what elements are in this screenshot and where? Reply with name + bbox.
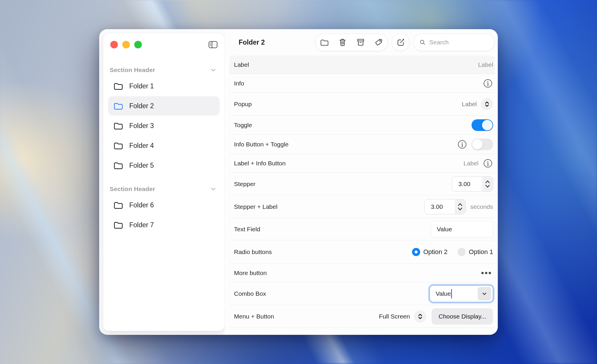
row-menu-button: Menu + Button Full Screen Choose Display…	[229, 305, 495, 328]
sidebar-item-folder-1[interactable]: Folder 1	[108, 76, 220, 96]
row-label-text: Text Field	[234, 226, 260, 233]
section-header-label: Section Header	[110, 66, 155, 74]
row-stepper-label: Stepper + Label 3.00 seconds	[229, 195, 495, 218]
settings-form: Label Label Info Popup Label Toggle	[229, 55, 495, 335]
combo-chevron-button[interactable]	[478, 287, 491, 300]
sidebar-toggle-icon[interactable]	[208, 40, 218, 49]
row-label-text: Info Button + Toggle	[234, 141, 289, 148]
row-more-button: More button •••	[229, 264, 495, 282]
content-header: Folder 2	[225, 29, 498, 55]
row-combo-box: Combo Box Value	[229, 282, 495, 305]
sidebar-item-folder-4[interactable]: Folder 4	[108, 136, 220, 155]
radio-group: Option 2 Option 1	[412, 248, 493, 256]
radio-label: Option 2	[423, 248, 448, 256]
main-content: Folder 2	[225, 29, 498, 335]
info-icon[interactable]	[483, 78, 493, 89]
row-label-text: Label	[234, 61, 249, 68]
radio-unselected-icon	[458, 248, 466, 256]
toggle-on[interactable]	[472, 119, 493, 131]
folder-icon	[114, 122, 123, 130]
sidebar-section-header-2[interactable]: Section Header	[108, 183, 220, 195]
row-label-text: Stepper + Label	[234, 203, 277, 210]
sidebar-item-label: Folder 6	[129, 201, 154, 209]
stepper-arrows-icon[interactable]	[482, 177, 493, 191]
sidebar-item-folder-7[interactable]: Folder 7	[108, 215, 220, 235]
stepper-value[interactable]: 3.00	[452, 177, 482, 191]
sidebar-item-folder-5[interactable]: Folder 5	[108, 156, 220, 175]
combo-value: Value	[436, 290, 451, 297]
close-button[interactable]	[110, 41, 118, 48]
search-input[interactable]	[429, 39, 489, 46]
chevron-down-icon	[210, 66, 217, 74]
compose-button[interactable]	[392, 34, 409, 51]
row-value-label: Label	[478, 61, 493, 68]
archive-toolbar-button[interactable]	[352, 34, 370, 51]
search-icon	[419, 38, 426, 46]
row-label-text: Popup	[234, 101, 252, 108]
row-label-text: Info	[234, 80, 244, 87]
minimize-button[interactable]	[122, 41, 130, 48]
popup-value: Label	[462, 101, 477, 108]
titlebar-controls	[103, 33, 224, 49]
sidebar-item-label: Folder 2	[129, 102, 154, 110]
trash-toolbar-button[interactable]	[334, 34, 352, 51]
sidebar-item-label: Folder 3	[129, 122, 154, 130]
info-icon[interactable]	[457, 139, 467, 150]
sidebar-pane: Section Header Folder 1 Folder 2 Folder …	[99, 29, 225, 335]
chevron-down-icon	[481, 290, 488, 297]
row-label-text: Radio buttons	[234, 249, 272, 256]
row-popup: Popup Label	[229, 93, 495, 116]
tag-toolbar-button[interactable]	[370, 34, 388, 51]
stepper-unit-label: seconds	[470, 203, 493, 210]
tag-icon	[374, 38, 383, 47]
radio-option-2[interactable]: Option 2	[412, 248, 448, 256]
toggle-knob	[472, 139, 483, 150]
sidebar-nav: Section Header Folder 1 Folder 2 Folder …	[103, 49, 224, 235]
app-window: Section Header Folder 1 Folder 2 Folder …	[99, 29, 498, 335]
menu-chevrons-icon[interactable]	[414, 310, 426, 323]
chevron-down-icon	[210, 186, 217, 192]
sidebar-item-folder-6[interactable]: Folder 6	[108, 195, 220, 215]
combo-box[interactable]: Value	[430, 285, 493, 302]
stepper-control: 3.00	[424, 199, 466, 214]
page-title: Folder 2	[239, 38, 265, 46]
stepper-arrows-icon[interactable]	[455, 200, 465, 214]
sidebar-item-folder-2[interactable]: Folder 2	[108, 96, 220, 116]
stepper-control: 3.00	[452, 176, 493, 192]
row-label-text: More button	[234, 270, 267, 276]
ellipsis-icon[interactable]: •••	[480, 269, 493, 277]
folder-toolbar-button[interactable]	[315, 34, 334, 51]
text-caret	[451, 289, 452, 298]
toggle-knob	[482, 120, 493, 130]
sidebar-item-label: Folder 4	[129, 142, 154, 150]
row-stepper: Stepper 3.00	[229, 173, 495, 195]
sidebar: Section Header Folder 1 Folder 2 Folder …	[103, 33, 225, 331]
sidebar-section-header-1[interactable]: Section Header	[108, 64, 220, 76]
sidebar-item-label: Folder 7	[129, 221, 154, 229]
zoom-button[interactable]	[134, 41, 142, 48]
row-toggle: Toggle	[229, 116, 495, 135]
radio-option-1[interactable]: Option 1	[458, 248, 493, 256]
toggle-off[interactable]	[472, 139, 493, 150]
info-icon[interactable]	[483, 158, 493, 169]
folder-icon	[114, 201, 123, 209]
sidebar-item-folder-3[interactable]: Folder 3	[108, 116, 220, 135]
popup-chevrons-icon[interactable]	[481, 98, 493, 110]
radio-label: Option 1	[469, 248, 493, 256]
row-info-button-toggle: Info Button + Toggle	[229, 135, 495, 154]
row-label-text: Stepper	[234, 181, 256, 188]
row-label-text: Label + Info Button	[234, 160, 286, 167]
archive-icon	[356, 38, 365, 47]
section-header-label: Section Header	[110, 186, 155, 192]
row-text-field: Text Field	[229, 218, 495, 240]
row-label-info-button: Label + Info Button Label	[229, 154, 495, 173]
trash-icon	[338, 38, 347, 47]
row-label-text: Combo Box	[234, 290, 266, 297]
choose-display-button[interactable]: Choose Display...	[432, 308, 493, 325]
folder-icon	[114, 82, 123, 90]
row-value-label: Label	[464, 160, 479, 167]
section-gap	[108, 176, 220, 183]
text-field-input[interactable]	[431, 221, 493, 237]
stepper-value[interactable]: 3.00	[425, 200, 455, 214]
toolbar-group	[315, 34, 388, 51]
